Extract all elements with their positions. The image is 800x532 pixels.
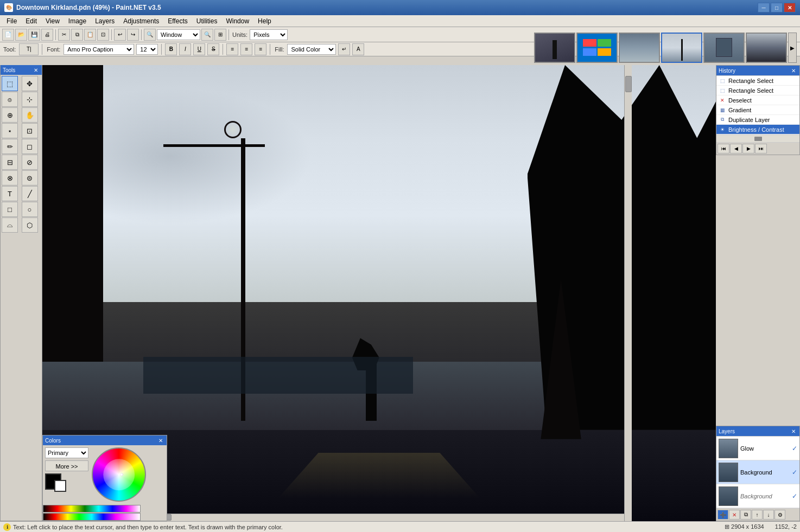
scrollbar-thumb-v[interactable] <box>625 76 632 92</box>
tool-move-selected[interactable]: ⊹ <box>22 92 38 107</box>
italic-button[interactable]: I <box>179 43 191 55</box>
layer-settings-button[interactable]: ⚙ <box>774 510 785 520</box>
copy-button[interactable]: ⧉ <box>71 29 83 41</box>
font-family-select[interactable]: Arno Pro Caption <box>64 44 134 55</box>
close-button[interactable]: ✕ <box>784 3 796 12</box>
layer-visible-1[interactable]: ✓ <box>792 469 797 476</box>
tool-zoom[interactable]: ⊕ <box>2 107 18 123</box>
zoom-in-button[interactable]: 🔍 <box>144 29 156 41</box>
color-gradient-bar[interactable] <box>43 505 141 512</box>
colors-close-button[interactable]: ✕ <box>157 437 164 444</box>
menu-image[interactable]: Image <box>64 16 91 26</box>
tool-freeform[interactable]: ⌓ <box>2 217 18 233</box>
thumb-sky[interactable] <box>661 33 702 63</box>
tool-clone[interactable]: ⊡ <box>22 123 38 138</box>
color-swatches-bar[interactable] <box>43 513 141 521</box>
history-forward-button[interactable]: ▶ <box>742 144 754 153</box>
history-item-2[interactable]: ✕ Deselect <box>716 95 799 105</box>
aa-button[interactable]: A <box>352 43 364 55</box>
strikethrough-button[interactable]: S <box>207 43 219 55</box>
tool-move[interactable]: ✥ <box>22 76 38 91</box>
history-item-0[interactable]: ⬚ Rectangle Select <box>716 76 799 86</box>
tool-color-picker[interactable]: ⊘ <box>22 155 38 170</box>
tool-lasso[interactable]: ⌾ <box>2 92 18 107</box>
align-center-button[interactable]: ≡ <box>240 43 252 55</box>
thumb-building[interactable] <box>703 33 745 63</box>
thumb-kirkland[interactable] <box>746 33 787 63</box>
canvas-scrollbar-vertical[interactable] <box>624 65 632 521</box>
maximize-button[interactable]: □ <box>771 3 783 12</box>
print-button[interactable]: 🖨 <box>41 29 53 41</box>
window-mode-select[interactable]: Window Screen <box>157 29 200 40</box>
menu-help[interactable]: Help <box>253 16 276 26</box>
history-last-button[interactable]: ⏭ <box>755 144 767 153</box>
layer-item-2[interactable]: Background ✓ <box>716 484 799 508</box>
tool-magic-wand[interactable]: ⋆ <box>2 123 18 138</box>
deselect-button[interactable]: ⊡ <box>97 29 109 41</box>
minimize-button[interactable]: ─ <box>758 3 770 12</box>
history-scrollbar[interactable] <box>716 134 799 142</box>
cut-button[interactable]: ✂ <box>58 29 70 41</box>
tool-ellipse[interactable]: ○ <box>22 202 38 217</box>
paste-button[interactable]: 📋 <box>84 29 96 41</box>
tools-close-button[interactable]: ✕ <box>32 66 40 74</box>
thumbnail-scroll-right[interactable]: ▶ <box>788 33 797 63</box>
tool-polygon[interactable]: ⬡ <box>22 217 38 233</box>
tool-smudge[interactable]: ⊜ <box>22 170 38 185</box>
menu-utilities[interactable]: Utilities <box>192 16 222 26</box>
zoom-out-button[interactable]: 🔍 <box>201 29 213 41</box>
tool-pan[interactable]: ✋ <box>22 107 38 123</box>
history-first-button[interactable]: ⏮ <box>718 144 729 153</box>
layer-add-button[interactable]: ➕ <box>718 510 728 520</box>
new-button[interactable]: 📄 <box>2 29 14 41</box>
history-item-1[interactable]: ⬚ Rectangle Select <box>716 86 799 95</box>
font-size-select[interactable]: 12 <box>136 44 158 55</box>
history-close-button[interactable]: ✕ <box>790 67 797 74</box>
fill-mode-select[interactable]: Solid Color Gradient <box>287 44 336 55</box>
underline-button[interactable]: U <box>193 43 205 55</box>
history-item-5[interactable]: ☀ Brightness / Contrast <box>716 125 799 134</box>
menu-window[interactable]: Window <box>221 16 253 26</box>
menu-effects[interactable]: Effects <box>163 16 192 26</box>
layer-visible-0[interactable]: ✓ <box>792 445 797 452</box>
menu-file[interactable]: File <box>2 16 21 26</box>
open-button[interactable]: 📂 <box>15 29 27 41</box>
layer-delete-button[interactable]: ✕ <box>729 510 740 520</box>
bold-button[interactable]: B <box>165 43 177 55</box>
save-button[interactable]: 💾 <box>28 29 40 41</box>
layer-item-1[interactable]: Background ✓ <box>716 460 799 484</box>
tool-text[interactable]: T <box>2 186 18 201</box>
units-select[interactable]: Pixels Inches Centimeters <box>250 29 288 40</box>
redo-button[interactable]: ↪ <box>127 29 139 41</box>
tool-paintbucket[interactable]: ⊟ <box>2 155 18 170</box>
tool-eraser[interactable]: ◻ <box>22 139 38 154</box>
layer-up-button[interactable]: ↑ <box>752 510 763 520</box>
layer-down-button[interactable]: ↓ <box>763 510 774 520</box>
layer-duplicate-button[interactable]: ⧉ <box>740 510 751 520</box>
history-header[interactable]: History ✕ <box>716 66 799 75</box>
thumb-sunset[interactable] <box>619 33 660 63</box>
color-wheel[interactable] <box>92 447 146 502</box>
tool-rectangle-select[interactable]: ⬚ <box>2 76 18 91</box>
thumb-statue[interactable] <box>534 33 575 63</box>
commit-button[interactable]: ↵ <box>338 43 350 55</box>
align-left-button[interactable]: ≡ <box>226 43 238 55</box>
undo-button[interactable]: ↩ <box>114 29 126 41</box>
menu-layers[interactable]: Layers <box>91 16 119 26</box>
history-scroll-thumb[interactable] <box>754 137 762 141</box>
layer-item-0[interactable]: Glow ✓ <box>716 437 799 460</box>
history-back-button[interactable]: ◀ <box>730 144 742 153</box>
tool-line[interactable]: ╱ <box>22 186 38 201</box>
menu-adjustments[interactable]: Adjustments <box>119 16 163 26</box>
menu-edit[interactable]: Edit <box>21 16 41 26</box>
layers-header[interactable]: Layers ✕ <box>716 426 799 436</box>
more-colors-button[interactable]: More >> <box>45 460 88 471</box>
title-bar-controls[interactable]: ─ □ ✕ <box>758 3 796 12</box>
layers-close-button[interactable]: ✕ <box>790 427 797 435</box>
tool-pencil[interactable]: ✏ <box>2 139 18 154</box>
history-item-3[interactable]: ▦ Gradient <box>716 105 799 115</box>
color-mode-select[interactable]: Primary Secondary <box>45 447 88 458</box>
align-right-button[interactable]: ≡ <box>255 43 266 55</box>
menu-view[interactable]: View <box>41 16 64 26</box>
grid-button[interactable]: ⊞ <box>214 29 226 41</box>
